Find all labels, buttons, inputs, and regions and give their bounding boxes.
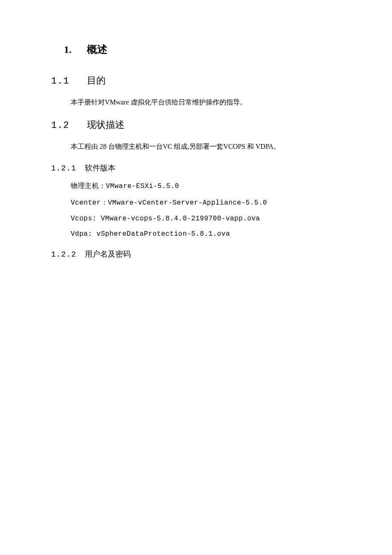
heading-3-software: 1.2.1 软件版本: [51, 163, 341, 173]
heading-3-number: 1.2.1: [51, 164, 80, 173]
heading-3-credentials: 1.2.2 用户名及密码: [51, 249, 341, 259]
document-page: 1. 概述 1.1 目的 本手册针对VMware 虚拟化平台供给日常维护操作的指…: [0, 0, 392, 555]
list-item: Vcenter：VMware-vCenter-Server-Appliance-…: [71, 198, 341, 207]
list-item: Vcops: VMware-vcops-5.8.4.0-2199700-vapp…: [71, 215, 341, 223]
heading-1-title: 概述: [87, 44, 107, 55]
heading-2-number: 1.1: [51, 76, 84, 87]
section-1-1: 1.1 目的 本手册针对VMware 虚拟化平台供给日常维护操作的指导。: [51, 74, 341, 107]
list-item: Vdpa: vSphereDataProtection-5.8.1.ova: [71, 230, 341, 238]
heading-2-purpose: 1.1 目的: [51, 74, 341, 87]
heading-2-title: 目的: [87, 75, 106, 86]
list-item: 物理主机：VMware-ESXi-5.5.0: [71, 182, 341, 191]
heading-1-overview: 1. 概述: [64, 43, 341, 56]
heading-3-number: 1.2.2: [51, 250, 80, 259]
heading-2-title: 现状描述: [87, 119, 124, 130]
paragraph-status: 本工程由 28 台物理主机和一台VC 组成,另部署一套VCOPS 和 VDPA。: [71, 142, 341, 152]
heading-2-status: 1.2 现状描述: [51, 119, 341, 131]
heading-1-number: 1.: [64, 44, 84, 55]
heading-3-title: 用户名及密码: [85, 250, 131, 259]
section-1-2: 1.2 现状描述 本工程由 28 台物理主机和一台VC 组成,另部署一套VCOP…: [51, 119, 341, 259]
heading-3-title: 软件版本: [85, 164, 115, 173]
heading-2-number: 1.2: [51, 120, 84, 131]
paragraph-purpose: 本手册针对VMware 虚拟化平台供给日常维护操作的指导。: [71, 97, 341, 107]
